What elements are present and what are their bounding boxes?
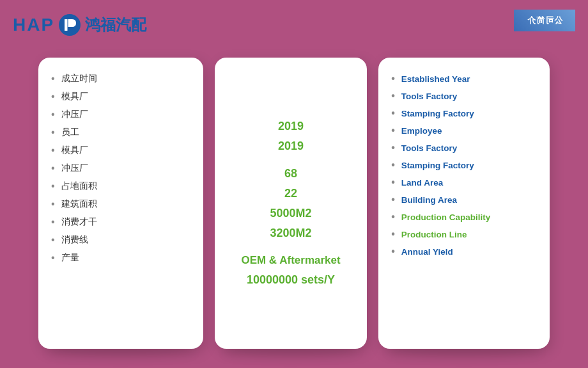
main-content: 成立时间 模具厂 冲压厂 员工 模具厂 冲压厂 占地面积 建筑面积	[38, 58, 550, 349]
list-item: 产量	[51, 252, 190, 264]
right-list-item: Annual Yield	[391, 246, 537, 257]
right-list-item: Tools Factory	[391, 90, 537, 102]
right-list-item: Stamping Factory	[391, 159, 537, 171]
right-list-item: Land Area	[391, 177, 537, 188]
right-card: Established Year Tools Factory Stamping …	[378, 58, 550, 349]
right-list-item: Production Capability	[391, 211, 537, 223]
year1-value: 2019	[278, 120, 304, 133]
logo-icon	[58, 13, 81, 36]
num1-value: 68	[284, 167, 297, 180]
list-item: 建筑面积	[51, 198, 190, 210]
header: HAP 鸿福汽配 公司简介	[0, 0, 588, 50]
middle-card: 2019 2019 68 22 5000M2 3200M2 OEM & Afte…	[215, 58, 367, 349]
list-item: 模具厂	[51, 145, 190, 156]
left-card: 成立时间 模具厂 冲压厂 员工 模具厂 冲压厂 占地面积 建筑面积	[38, 58, 203, 349]
right-list-item: Production Line	[391, 228, 537, 240]
right-bullet-list: Established Year Tools Factory Stamping …	[391, 73, 537, 257]
nav-button[interactable]: 公司简介	[514, 10, 575, 31]
list-item: 冲压厂	[51, 163, 190, 174]
num2-value: 22	[284, 187, 297, 200]
left-bullet-list: 成立时间 模具厂 冲压厂 员工 模具厂 冲压厂 占地面积 建筑面积	[51, 73, 190, 264]
yield-value: 10000000 sets/Y	[247, 273, 335, 287]
logo-hap: HAP	[13, 15, 54, 35]
market-value: OEM & Aftermarket	[241, 254, 340, 267]
logo-area: HAP 鸿福汽配	[13, 13, 146, 36]
list-item: 成立时间	[51, 73, 190, 84]
list-item: 消费才干	[51, 216, 190, 228]
right-list-item: Established Year	[391, 73, 537, 84]
right-list-item: Employee	[391, 125, 537, 136]
list-item: 消费线	[51, 234, 190, 246]
area2-value: 3200M2	[270, 227, 312, 240]
logo-chinese: 鸿福汽配	[85, 15, 146, 35]
right-list-item: Stamping Factory	[391, 108, 537, 119]
list-item: 员工	[51, 127, 190, 138]
list-item: 模具厂	[51, 91, 190, 102]
area1-value: 5000M2	[270, 207, 312, 220]
top-bar-right: 公司简介	[358, 0, 588, 50]
list-item: 占地面积	[51, 180, 190, 192]
right-list-item: Tools Factory	[391, 142, 537, 154]
year2-value: 2019	[278, 140, 304, 153]
list-item: 冲压厂	[51, 109, 190, 120]
right-list-item: Building Area	[391, 194, 537, 205]
